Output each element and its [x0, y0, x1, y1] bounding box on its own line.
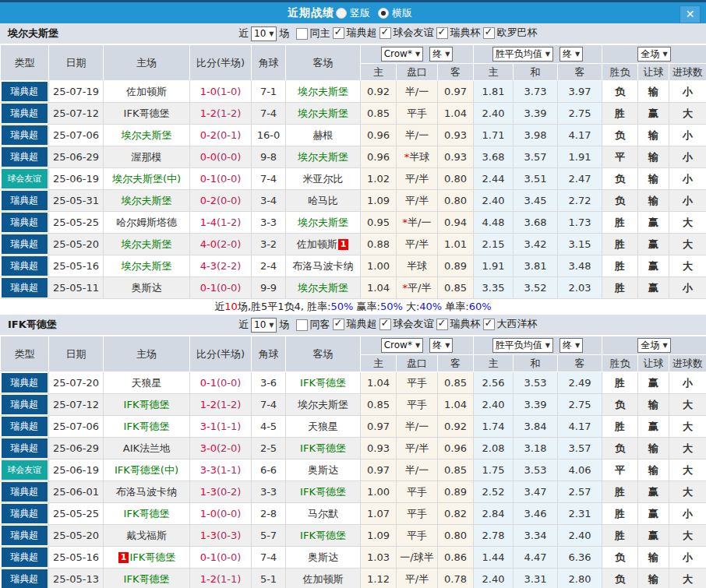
score-cell: 0-1(0-0) — [190, 277, 252, 299]
avg-time-value: 终 — [563, 48, 572, 61]
scope-select[interactable]: 全场▼ — [637, 47, 670, 62]
match-count-select[interactable]: 10▼ — [251, 318, 277, 333]
handicap-cell: 半/一 — [397, 416, 438, 438]
checkbox-icon[interactable] — [296, 319, 308, 331]
sub-header-let-result: 让球 — [638, 64, 669, 81]
close-button[interactable]: ✕ — [680, 5, 701, 23]
avg-time-select[interactable]: 终▼ — [560, 338, 583, 353]
league-checkbox[interactable]: 瑞典超 — [333, 26, 376, 40]
date-cell: 25-05-16 — [49, 255, 104, 277]
let-result-cell: 输 — [638, 459, 669, 481]
home-team-name: 天狼星 — [132, 377, 162, 389]
layout-vertical-radio[interactable]: 竖版 — [336, 6, 376, 20]
sub-header-odds-home: 主 — [474, 64, 514, 81]
score-cell: 0-2(0-0) — [190, 190, 252, 212]
sub-header-handicap: 盘口 — [397, 355, 438, 372]
away-team-name: 埃尔夫斯堡 — [298, 86, 348, 97]
date-cell: 25-06-01 — [49, 481, 104, 503]
match-type-tag: 瑞典超 — [2, 147, 48, 167]
avg-home-odds: 1.74 — [474, 416, 514, 438]
let-result-cell: 输 — [638, 190, 669, 212]
home-team-cell: 奥斯达 — [104, 277, 190, 299]
goals-result-cell: 小 — [669, 372, 706, 394]
result-cell: 胜 — [602, 372, 638, 394]
home-team-name: AIK法兰地 — [123, 442, 170, 454]
radio-icon-horizontal[interactable] — [378, 8, 389, 19]
checkbox-icon[interactable] — [483, 319, 495, 330]
handicap-time-select[interactable]: 终▼ — [429, 47, 453, 62]
league-checkbox[interactable]: 欧罗巴杯 — [483, 26, 537, 40]
fulltime-score: 1-4 — [200, 217, 217, 228]
result-cell: 负 — [602, 394, 638, 416]
odds-company-select[interactable]: Crow*▼ — [381, 338, 423, 353]
same-venue-checkbox[interactable]: 同主 — [296, 26, 330, 40]
checkbox-icon[interactable] — [296, 28, 308, 40]
radio-icon-vertical[interactable] — [336, 8, 347, 19]
checkbox-icon[interactable] — [483, 27, 495, 39]
avg-draw-odds: 3.34 — [514, 525, 558, 547]
checkbox-icon[interactable] — [333, 27, 344, 39]
odds-company-select[interactable]: Crow*▼ — [381, 47, 423, 62]
avg-odds-select[interactable]: 胜平负均值▼ — [492, 47, 553, 62]
layout-horizontal-radio[interactable]: 横版 — [378, 6, 418, 20]
chevron-down-icon: ▼ — [662, 51, 667, 58]
checkbox-icon[interactable] — [436, 319, 448, 330]
avg-odds-select[interactable]: 胜平负均值▼ — [492, 338, 553, 353]
home-team-cell: IFK哥德堡 — [104, 503, 190, 525]
avg-draw-odds: 3.18 — [514, 438, 558, 459]
home-team-name: IFK哥德堡 — [129, 551, 175, 563]
halftime-score: (0-2) — [217, 486, 241, 498]
match-count-select[interactable]: 10▼ — [251, 26, 277, 41]
handicap-cell: 平/半 — [397, 438, 438, 459]
avg-home-odds: 1.81 — [474, 81, 514, 103]
avg-home-odds: 1.91 — [474, 255, 514, 277]
league-checkbox[interactable]: 球会友谊 — [379, 317, 433, 331]
handicap-away-odds: 0.80 — [438, 168, 474, 190]
window-title: 近期战绩 — [288, 6, 334, 20]
avg-away-odds: 2.47 — [558, 168, 602, 190]
away-team-name: 马尔默 — [308, 508, 338, 519]
checkbox-icon[interactable] — [436, 27, 448, 39]
handicap-home-odds: 0.97 — [361, 459, 397, 481]
handicap-time-select[interactable]: 终▼ — [429, 338, 453, 353]
match-type-cell: 球会友谊 — [1, 459, 49, 481]
match-type-cell: 瑞典超 — [1, 277, 49, 299]
let-result-cell: 赢 — [638, 503, 669, 525]
avg-time-select[interactable]: 终▼ — [560, 47, 583, 62]
handicap-away-odds: 0.89 — [438, 255, 474, 277]
league-checkbox[interactable]: 瑞典超 — [333, 317, 376, 331]
league-checkbox[interactable]: 大西洋杯 — [483, 317, 537, 331]
handicap-away-odds: 0.78 — [438, 569, 474, 588]
handicap-cell: 平手 — [397, 372, 438, 394]
home-team-name: 埃尔夫斯堡 — [122, 129, 172, 141]
goals-result-cell: 小 — [669, 146, 706, 168]
let-result-cell: 输 — [638, 394, 669, 416]
home-team-cell: 哈尔姆斯塔德 — [104, 212, 190, 234]
same-venue-checkbox[interactable]: 同客 — [296, 318, 330, 332]
halftime-score: (1-1) — [217, 464, 241, 476]
date-cell: 25-06-19 — [49, 168, 104, 190]
league-checkbox[interactable]: 瑞典杯 — [436, 26, 480, 40]
league-checkbox[interactable]: 瑞典杯 — [436, 317, 480, 331]
home-team-cell: IFK哥德堡 — [104, 569, 190, 588]
avg-draw-odds: 3.57 — [514, 146, 558, 168]
fulltime-score: 0-1 — [200, 173, 217, 185]
home-team-name: 奥斯达 — [132, 282, 162, 294]
scope-select[interactable]: 全场▼ — [637, 338, 670, 353]
horizontal-radio-label: 横版 — [392, 6, 412, 20]
checkbox-icon[interactable] — [333, 319, 344, 330]
avg-home-odds: 2.56 — [474, 372, 514, 394]
checkbox-icon[interactable] — [379, 319, 391, 330]
match-type-tag: 瑞典超 — [2, 82, 48, 101]
avg-home-odds: 2.52 — [474, 481, 514, 503]
chevron-down-icon: ▼ — [545, 51, 550, 58]
avg-away-odds: 2.57 — [558, 481, 602, 503]
score-cell: 4-0(2-0) — [190, 234, 252, 255]
home-team-cell: 布洛马波卡纳 — [104, 481, 190, 503]
match-type-cell: 瑞典超 — [1, 146, 49, 168]
star-icon: * — [403, 217, 408, 228]
league-checkbox[interactable]: 球会友谊 — [379, 26, 433, 40]
checkbox-icon[interactable] — [379, 27, 391, 39]
avg-home-odds: 3.35 — [474, 277, 514, 299]
card-badge: 1 — [118, 552, 129, 563]
